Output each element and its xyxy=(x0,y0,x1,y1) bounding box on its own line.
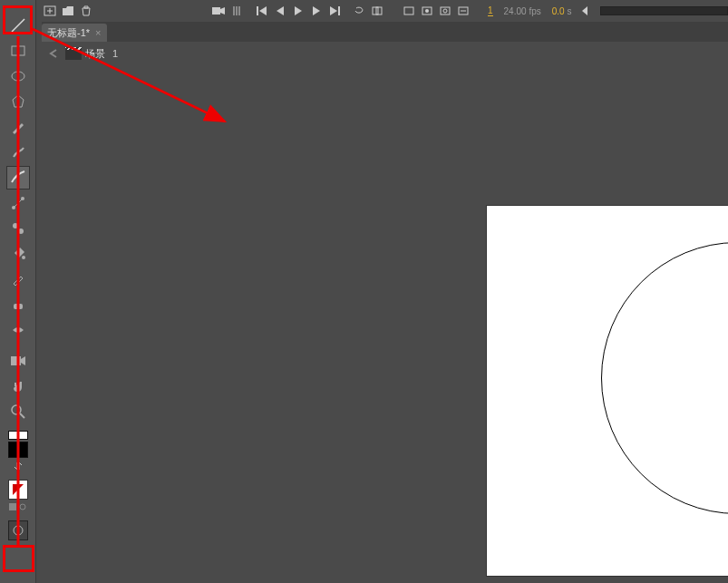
option-a-icon[interactable] xyxy=(8,501,18,511)
insert-blank-keyframe-icon[interactable] xyxy=(437,5,453,17)
document-tab[interactable]: 无标题-1* × xyxy=(42,24,107,42)
camera-icon[interactable] xyxy=(210,5,227,17)
svg-point-4 xyxy=(12,206,15,209)
svg-rect-20 xyxy=(212,7,220,15)
marker-icon[interactable] xyxy=(228,5,245,17)
svg-rect-1 xyxy=(12,46,24,55)
object-drawing-button[interactable] xyxy=(8,520,28,540)
svg-rect-33 xyxy=(376,7,382,15)
elapsed-time: 0.0 s xyxy=(552,6,572,16)
first-frame-icon[interactable] xyxy=(254,5,270,17)
svg-marker-41 xyxy=(582,6,587,15)
eraser-tool[interactable] xyxy=(6,293,30,316)
svg-point-5 xyxy=(21,197,24,200)
scene-clapper-icon[interactable] xyxy=(65,47,82,60)
top-toolbar: 1 24.00 fps 0.0 s xyxy=(42,4,728,18)
svg-point-2 xyxy=(12,72,24,81)
toolbox xyxy=(0,0,36,583)
svg-point-38 xyxy=(443,9,447,13)
svg-marker-21 xyxy=(220,7,225,15)
close-tab-icon[interactable]: × xyxy=(95,27,101,38)
svg-marker-11 xyxy=(21,356,25,365)
svg-point-6 xyxy=(13,223,18,228)
last-frame-icon[interactable] xyxy=(326,5,343,17)
svg-point-16 xyxy=(14,526,23,535)
svg-rect-31 xyxy=(338,6,340,15)
svg-point-7 xyxy=(18,228,24,234)
onion-skin-icon[interactable] xyxy=(370,5,386,17)
brush-tool[interactable] xyxy=(6,166,30,189)
svg-marker-3 xyxy=(13,95,24,107)
svg-rect-37 xyxy=(441,7,450,15)
new-layer-icon[interactable] xyxy=(42,5,58,17)
hand-tool[interactable] xyxy=(6,374,30,398)
loop-icon[interactable] xyxy=(352,5,368,17)
stroke-color-swatch[interactable] xyxy=(8,431,28,440)
svg-point-15 xyxy=(20,504,25,510)
swap-colors-icon[interactable] xyxy=(14,462,23,471)
svg-point-8 xyxy=(22,256,25,259)
drawmode-options xyxy=(8,501,28,511)
stage[interactable] xyxy=(486,205,728,577)
play-icon[interactable] xyxy=(290,5,306,17)
back-icon[interactable] xyxy=(45,45,62,62)
delete-icon[interactable] xyxy=(78,5,94,17)
svg-line-13 xyxy=(20,413,24,418)
svg-rect-10 xyxy=(11,356,21,365)
svg-marker-30 xyxy=(330,6,337,15)
svg-marker-28 xyxy=(295,6,302,15)
paint-brush-tool[interactable] xyxy=(6,141,30,164)
scene-bar: 场景 1 xyxy=(42,42,728,65)
timeline-scrubber[interactable] xyxy=(600,6,728,15)
svg-point-36 xyxy=(425,9,429,13)
eyedropper-tool[interactable] xyxy=(6,267,30,291)
option-b-icon[interactable] xyxy=(18,501,28,511)
fill-color-swatch[interactable] xyxy=(8,442,28,458)
rectangle-tool[interactable] xyxy=(6,39,30,63)
svg-point-12 xyxy=(12,405,21,414)
prev-frame-icon[interactable] xyxy=(272,5,288,17)
drawn-circle[interactable] xyxy=(601,242,728,514)
current-frame[interactable]: 1 xyxy=(488,5,493,16)
remove-frame-icon[interactable] xyxy=(455,5,471,17)
new-folder-icon[interactable] xyxy=(60,5,76,17)
svg-rect-32 xyxy=(373,7,378,15)
next-frame-icon[interactable] xyxy=(308,5,325,17)
svg-rect-34 xyxy=(404,7,413,15)
svg-marker-29 xyxy=(313,6,320,15)
zoom-tool[interactable] xyxy=(6,400,30,423)
svg-rect-14 xyxy=(9,503,16,510)
document-tab-title: 无标题-1* xyxy=(47,26,90,40)
scrub-back-icon[interactable] xyxy=(577,5,593,17)
scene-label[interactable]: 场景 xyxy=(85,47,105,61)
svg-rect-25 xyxy=(257,6,258,15)
canvas-area[interactable] xyxy=(42,65,728,583)
bind-tool[interactable] xyxy=(6,217,30,240)
paint-bucket-tool[interactable] xyxy=(6,242,30,266)
document-tab-bar: 无标题-1* × xyxy=(42,22,728,42)
camera-tool[interactable] xyxy=(6,349,30,373)
snap-to-objects-button[interactable] xyxy=(8,480,28,500)
svg-marker-26 xyxy=(259,6,267,15)
bone-tool[interactable] xyxy=(6,191,30,215)
scene-number: 1 xyxy=(112,48,118,59)
pencil-tool[interactable] xyxy=(6,115,30,139)
polystar-tool[interactable] xyxy=(6,90,30,113)
svg-line-0 xyxy=(12,19,24,32)
oval-tool[interactable] xyxy=(6,64,30,88)
insert-frame-icon[interactable] xyxy=(401,5,417,17)
insert-keyframe-icon[interactable] xyxy=(419,5,435,17)
line-tool[interactable] xyxy=(6,14,30,37)
svg-marker-27 xyxy=(277,6,284,15)
svg-rect-9 xyxy=(14,304,23,309)
fps-value[interactable]: 24.00 fps xyxy=(504,6,541,16)
width-tool[interactable] xyxy=(6,318,30,342)
